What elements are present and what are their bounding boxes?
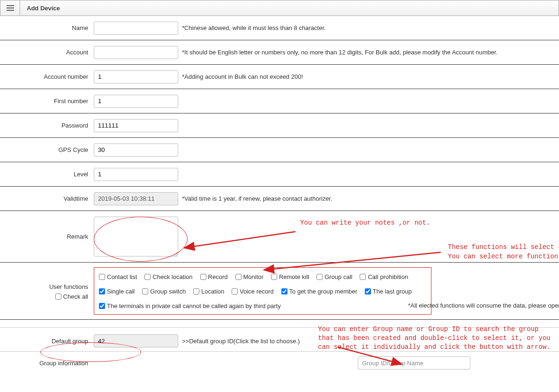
function-checkbox[interactable] <box>271 274 277 280</box>
function-label: Group call <box>325 273 352 280</box>
hamburger-icon <box>7 5 14 11</box>
check-all-checkbox[interactable] <box>55 294 61 300</box>
row-first-number: First number <box>0 89 559 113</box>
annotation-remark: You can write your notes ,or not. <box>300 219 430 228</box>
function-item[interactable]: Single call <box>99 288 135 295</box>
function-checkbox[interactable] <box>235 274 242 280</box>
row-account-number: Account number *Adding account in Bulk c… <box>0 65 559 89</box>
check-all-label: Check all <box>63 293 88 300</box>
password-input[interactable] <box>94 119 178 132</box>
function-checkbox[interactable] <box>232 288 238 294</box>
validtime-hint: *Valid time is 1 year, if renew, please … <box>182 195 332 202</box>
first-number-input[interactable] <box>94 95 178 108</box>
function-label: Check location <box>152 273 192 280</box>
account-number-input[interactable] <box>94 70 178 83</box>
name-input[interactable] <box>94 22 178 35</box>
group-search-input[interactable] <box>358 356 470 369</box>
row-gps-cycle: GPS Cycle <box>0 138 559 162</box>
function-checkbox[interactable] <box>365 288 371 294</box>
arrow-icon <box>183 230 300 253</box>
label-default-group: Default group <box>52 338 88 345</box>
row-remark: Remark You can write your notes ,or not. <box>0 211 559 263</box>
label-group-information: Group information <box>0 360 94 367</box>
function-checkbox[interactable] <box>193 288 199 294</box>
row-password: Password <box>0 113 559 138</box>
function-checkbox[interactable] <box>142 288 148 294</box>
function-label: Remote kill <box>279 273 309 280</box>
account-number-hint: *Adding account in Bulk can not exceed 2… <box>182 73 303 80</box>
function-item[interactable]: Voice record <box>232 288 273 295</box>
function-item[interactable]: Group switch <box>142 288 186 295</box>
function-item[interactable]: Monitor <box>235 273 264 280</box>
function-label: To get the group member <box>289 288 357 295</box>
label-gps-cycle: GPS Cycle <box>0 146 94 153</box>
function-item[interactable]: Location <box>193 288 224 295</box>
function-item[interactable]: Group call <box>317 273 352 280</box>
functions-note: *All elected functions will consume the … <box>408 302 559 309</box>
row-level: Level <box>0 162 559 187</box>
label-remark: Remark <box>0 233 94 240</box>
label-level: Level <box>0 171 94 178</box>
row-name: Name *Chinese allowed, while it must les… <box>0 16 559 40</box>
function-item[interactable]: To get the group member <box>281 288 357 295</box>
function-label: Location <box>201 288 224 295</box>
label-account-number: Account number <box>0 73 94 80</box>
page-title: Add Device <box>20 5 60 12</box>
row-account: Account *It should be English letter or … <box>0 40 559 65</box>
function-label: The terminals in private call cannot be … <box>107 302 281 309</box>
label-account: Account <box>0 49 94 56</box>
function-item[interactable]: Remote kill <box>271 273 309 280</box>
function-checkbox[interactable] <box>317 274 323 280</box>
function-label: Group switch <box>150 288 186 295</box>
function-checkbox[interactable] <box>144 274 151 280</box>
header: Add Device <box>0 0 559 16</box>
remark-textarea[interactable] <box>94 217 178 256</box>
function-checkbox[interactable] <box>281 288 287 294</box>
function-checkbox[interactable] <box>99 288 105 294</box>
label-name: Name <box>0 24 94 31</box>
name-hint: *Chinese allowed, while it must less tha… <box>182 24 325 31</box>
function-label: The last group <box>373 288 412 295</box>
functions-box: Contact listCheck locationRecordMonitorR… <box>94 267 431 315</box>
default-group-input[interactable] <box>94 334 178 347</box>
level-input[interactable] <box>94 168 178 181</box>
function-item[interactable]: The terminals in private call cannot be … <box>99 302 281 309</box>
default-group-hint: >>Default group ID(Click the list to cho… <box>182 338 300 345</box>
function-label: Monitor <box>243 273 264 280</box>
row-group-information: Group information <box>0 352 559 371</box>
function-label: Call prohibition <box>368 273 408 280</box>
row-default-group: Default group >>Default group ID(Click t… <box>0 331 559 352</box>
function-checkbox[interactable] <box>360 274 366 280</box>
function-item[interactable]: Contact list <box>99 273 137 280</box>
account-input[interactable] <box>94 46 178 59</box>
function-item[interactable]: Call prohibition <box>360 273 408 280</box>
gps-cycle-input[interactable] <box>94 143 178 157</box>
function-checkbox[interactable] <box>200 274 206 280</box>
function-checkbox[interactable] <box>99 274 105 280</box>
function-item[interactable]: Check location <box>144 273 192 280</box>
label-password: Password <box>0 122 94 129</box>
function-label: Record <box>208 273 228 280</box>
row-user-functions: User functions Check all These functions… <box>0 263 559 320</box>
row-validtime: Validtime *Valid time is 1 year, if rene… <box>0 187 559 211</box>
function-item[interactable]: Record <box>200 273 228 280</box>
account-hint: *It should be English letter or numbers … <box>182 49 498 56</box>
validtime-input <box>94 192 178 205</box>
label-validtime: Validtime <box>0 195 94 202</box>
function-label: Voice record <box>240 288 273 295</box>
function-label: Single call <box>107 288 135 295</box>
function-label: Contact list <box>107 273 137 280</box>
svg-line-0 <box>192 232 295 247</box>
function-checkbox[interactable] <box>99 303 105 309</box>
label-first-number: First number <box>0 98 94 105</box>
function-item[interactable]: The last group <box>365 288 412 295</box>
menu-button[interactable] <box>0 0 20 15</box>
label-user-functions: User functions <box>0 283 88 290</box>
